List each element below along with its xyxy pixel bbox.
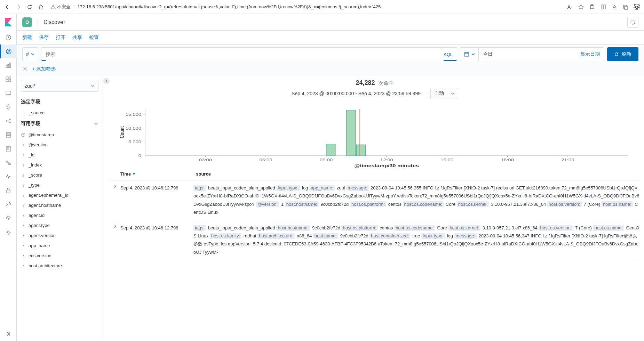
nav-apm[interactable]: [0, 156, 17, 170]
nav-maps[interactable]: [0, 100, 17, 114]
saved-queries-button[interactable]: #: [22, 47, 38, 61]
sort-desc-icon: ▼: [132, 172, 136, 176]
extensions-icon[interactable]: [589, 4, 595, 10]
field-label: host.hostname:: [276, 225, 310, 231]
field-label: app_name:: [309, 185, 335, 191]
gear-icon[interactable]: [94, 121, 98, 126]
inspect-button[interactable]: 检查: [89, 34, 99, 41]
field-name: app_name: [29, 243, 50, 248]
collapse-sidebar-button[interactable]: [103, 78, 110, 84]
kibana-logo-icon[interactable]: [0, 14, 17, 31]
field-name: @timestamp: [29, 132, 54, 137]
expand-row-button[interactable]: [110, 224, 120, 257]
read-aloud-icon[interactable]: A»: [567, 4, 573, 10]
search-bar[interactable]: KQL: [41, 47, 457, 61]
date-picker[interactable]: 今日 显示日期: [460, 47, 604, 61]
interval-select[interactable]: 自动: [430, 88, 458, 99]
nav-collapse-icon[interactable]: [0, 327, 17, 341]
expand-row-button[interactable]: [110, 184, 120, 217]
url-text[interactable]: 172.16.6.238:5601/app/kibana#/discover?_…: [77, 4, 384, 9]
nav-infrastructure[interactable]: [0, 128, 17, 142]
field-item[interactable]: t_type: [17, 180, 103, 190]
svg-rect-4: [601, 5, 603, 9]
nav-management[interactable]: [0, 225, 17, 239]
field-label: message:: [454, 233, 477, 239]
col-source-header[interactable]: _source: [193, 171, 640, 177]
home-icon[interactable]: [38, 4, 44, 10]
field-type-icon: t: [21, 153, 26, 157]
reload-icon[interactable]: [26, 4, 33, 10]
back-icon[interactable]: [4, 4, 10, 10]
favorites-bar-icon[interactable]: [611, 4, 618, 10]
field-item[interactable]: t_id: [17, 150, 103, 160]
fullscreen-icon[interactable]: [627, 17, 638, 28]
forward-icon[interactable]: [15, 4, 22, 10]
search-input[interactable]: [46, 48, 444, 61]
field-label: host.os.codename:: [403, 201, 444, 207]
field-type-icon: t: [21, 203, 26, 208]
field-item[interactable]: tagent.ephemeral_id: [17, 190, 103, 200]
histogram-chart[interactable]: 05,00010,00015,000Count03:0006:0009:0012…: [110, 105, 640, 168]
field-item[interactable]: #_score: [17, 170, 103, 180]
field-item[interactable]: @timestamp: [17, 130, 103, 140]
field-name: _id: [29, 152, 34, 157]
favorite-icon[interactable]: [578, 4, 584, 10]
field-label: host.os.codename:: [394, 225, 435, 231]
svg-rect-15: [9, 77, 11, 79]
svg-text:0: 0: [138, 154, 141, 158]
field-item[interactable]: t@version: [17, 140, 103, 150]
filter-row: + 添加筛选: [17, 64, 644, 76]
nav-recent[interactable]: [0, 31, 17, 44]
add-filter-button[interactable]: + 添加筛选: [32, 66, 56, 72]
hits-label: 次命中: [378, 80, 394, 86]
index-pattern-select[interactable]: zuul*: [21, 80, 98, 92]
field-name: _source: [29, 110, 45, 115]
svg-rect-28: [6, 134, 10, 136]
field-label: host.os.kernel:: [448, 225, 480, 231]
nav-siem[interactable]: [0, 184, 17, 197]
nav-dashboard[interactable]: [0, 72, 17, 86]
space-badge[interactable]: D: [22, 17, 32, 27]
field-item[interactable]: tagent.version: [17, 230, 103, 241]
nav-uptime[interactable]: [0, 170, 17, 184]
svg-point-45: [95, 123, 97, 125]
nav-discover[interactable]: [0, 44, 17, 58]
gear-icon[interactable]: [22, 66, 28, 72]
nav-ml[interactable]: [0, 114, 17, 128]
refresh-button[interactable]: 刷新: [607, 47, 638, 61]
field-item[interactable]: tagent.hostname: [17, 200, 103, 210]
refresh-icon: [614, 52, 619, 57]
sync-icon[interactable]: [622, 4, 629, 10]
svg-point-21: [8, 106, 9, 107]
field-item[interactable]: tapp_name: [17, 241, 103, 251]
open-button[interactable]: 打开: [56, 34, 65, 41]
field-item[interactable]: thost.architecture: [17, 261, 103, 271]
nav-devtools[interactable]: [0, 197, 17, 211]
nav-monitoring[interactable]: [0, 211, 17, 225]
svg-rect-12: [8, 64, 9, 68]
field-label: tags:: [193, 225, 206, 231]
svg-rect-73: [346, 110, 355, 156]
col-time-header[interactable]: Time ▼: [120, 171, 193, 177]
kql-toggle[interactable]: KQL: [444, 52, 453, 57]
new-button[interactable]: 新建: [22, 34, 32, 41]
hits-count: 24,282: [356, 79, 375, 86]
svg-text:15:00: 15:00: [440, 158, 453, 162]
collections-icon[interactable]: [600, 4, 606, 10]
profile-icon[interactable]: 🐼: [634, 4, 640, 10]
nav-logs[interactable]: [0, 142, 17, 156]
share-button[interactable]: 共享: [72, 34, 82, 41]
nav-canvas[interactable]: [0, 86, 17, 100]
field-item[interactable]: tagent.id: [17, 210, 103, 220]
field-item[interactable]: t_index: [17, 160, 103, 170]
chevron-down-icon: [91, 84, 95, 88]
field-label: host.os.version:: [547, 201, 582, 207]
save-button[interactable]: 保存: [39, 34, 49, 41]
nav-visualize[interactable]: [0, 58, 17, 72]
field-item[interactable]: tecs.version: [17, 251, 103, 261]
field-item[interactable]: tagent.type: [17, 220, 103, 230]
show-dates-button[interactable]: 显示日期: [576, 48, 604, 61]
field-item[interactable]: ?_source: [17, 108, 103, 118]
svg-text:Count: Count: [119, 126, 125, 138]
field-label: message:: [346, 185, 368, 191]
